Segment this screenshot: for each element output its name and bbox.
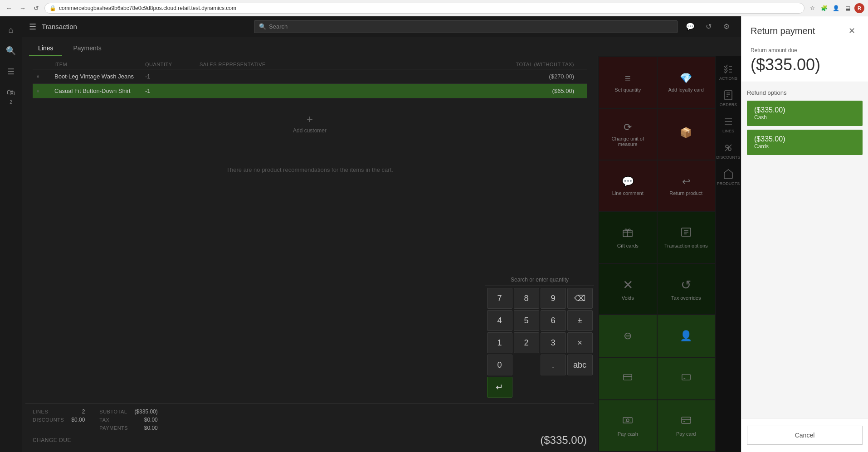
tab-lines[interactable]: Lines xyxy=(29,41,62,56)
numpad-8[interactable]: 8 xyxy=(514,288,539,309)
numpad-0[interactable]: 0 xyxy=(487,355,512,375)
change-uom-btn[interactable]: ⟳ Change unit of measure xyxy=(599,109,657,160)
content-area: Lines Payments ITEM QUANTITY SALES REPRE… xyxy=(22,37,741,452)
tax-overrides-btn[interactable]: ↺ Tax overrides xyxy=(658,264,715,315)
set-quantity-btn[interactable]: ≡ Set quantity xyxy=(599,57,657,108)
numpad-enter[interactable]: ↵ xyxy=(487,377,512,398)
table-row[interactable]: ∨ Boot-Leg Vintage Wash Jeans -1 ($270.0… xyxy=(33,69,587,84)
card-btn-2[interactable] xyxy=(658,358,715,399)
add-customer-button[interactable]: + Add customer xyxy=(286,106,334,141)
nav-forward[interactable]: → xyxy=(17,3,28,14)
refund-option-cash[interactable]: ($335.00) Cash xyxy=(747,101,863,126)
extra-btn-2[interactable]: 📦 xyxy=(658,109,715,160)
side-nav-discounts[interactable]: DISCOUNTS xyxy=(717,139,740,163)
side-nav-lines[interactable]: LINES xyxy=(717,112,740,137)
loyalty-icon: 💎 xyxy=(680,73,692,84)
tab-payments[interactable]: Payments xyxy=(64,41,110,56)
url-text: commercebugbashea9b6abc78e0c9d8pos.cloud… xyxy=(59,5,236,11)
numpad-dot[interactable]: . xyxy=(541,355,566,375)
lines-icon xyxy=(723,116,734,127)
discounts-label: DISCOUNTS xyxy=(33,417,64,423)
cancel-button[interactable]: Cancel xyxy=(747,426,863,445)
numpad-7[interactable]: 7 xyxy=(487,288,512,309)
return-product-btn[interactable]: ↩ Return product xyxy=(658,160,715,211)
subtotal-value: ($335.00) xyxy=(134,408,157,415)
tax-icon: ↺ xyxy=(681,277,691,292)
svg-rect-10 xyxy=(682,417,691,423)
card-btn-1[interactable] xyxy=(599,358,657,399)
discounts-value: $0.00 xyxy=(71,417,85,423)
add-customer-icon: + xyxy=(307,113,313,126)
refund-option-cards[interactable]: ($335.00) Cards xyxy=(747,130,863,155)
add-loyalty-btn[interactable]: 💎 Add loyalty card xyxy=(658,57,715,108)
numpad-search-input[interactable] xyxy=(485,273,594,286)
line-comment-btn[interactable]: 💬 Line comment xyxy=(599,160,657,211)
transaction-options-btn[interactable]: Transaction options xyxy=(658,212,715,263)
downloads-icon[interactable]: ⬓ xyxy=(843,3,853,13)
card-icon-2 xyxy=(681,372,691,385)
top-bar-actions: 💬 ↺ ⚙ xyxy=(683,19,734,34)
side-nav-orders[interactable]: ORDERS xyxy=(717,86,740,111)
numpad-5[interactable]: 5 xyxy=(514,310,539,331)
voids-btn[interactable]: ✕ Voids xyxy=(599,264,657,315)
side-nav-actions[interactable]: ACTIONS xyxy=(717,60,740,84)
nav-refresh[interactable]: ↺ xyxy=(31,3,42,14)
refund-options-section: Refund options ($335.00) Cash ($335.00) … xyxy=(741,82,868,258)
lock-icon: 🔒 xyxy=(49,5,56,11)
account-icon[interactable]: 👤 xyxy=(831,3,841,13)
table-row[interactable]: ∨ Casual Fit Button-Down Shirt -1 ($65.0… xyxy=(33,84,587,98)
close-return-panel-button[interactable]: ✕ xyxy=(844,24,859,38)
svg-point-21 xyxy=(728,148,731,151)
numpad-2[interactable]: 2 xyxy=(514,332,539,353)
col-sales-rep: SALES REPRESENTATIVE xyxy=(200,62,290,67)
svg-rect-5 xyxy=(624,374,632,380)
discount-btn[interactable]: ⊖ xyxy=(599,315,657,357)
return-panel: Return payment ✕ Return amount due ($335… xyxy=(741,16,868,452)
numpad-3[interactable]: 3 xyxy=(541,332,566,353)
nav-back[interactable]: ← xyxy=(4,3,15,14)
payments-value: $0.00 xyxy=(144,425,158,431)
refund-cash-label: Cash xyxy=(754,114,855,121)
tax-value: $0.00 xyxy=(144,417,158,423)
address-bar[interactable]: 🔒 commercebugbashea9b6abc78e0c9d8pos.clo… xyxy=(44,3,805,14)
expand-icon-1: ∨ xyxy=(36,74,54,79)
numpad-multiply[interactable]: × xyxy=(567,332,593,353)
numpad-6[interactable]: 6 xyxy=(541,310,566,331)
table-header: ITEM QUANTITY SALES REPRESENTATIVE TOTAL… xyxy=(33,60,587,69)
settings-icon[interactable]: ⚙ xyxy=(719,19,734,34)
numpad-abc[interactable]: abc xyxy=(567,355,593,375)
numpad-plusminus[interactable]: ± xyxy=(567,310,593,331)
col-quantity: QUANTITY xyxy=(145,62,200,67)
card-icon-1 xyxy=(623,372,633,385)
pay-cash-btn[interactable]: Pay cash xyxy=(599,400,657,451)
search-bar[interactable]: 🔍 Search xyxy=(254,20,678,33)
return-panel-title: Return payment xyxy=(751,26,815,36)
pay-card-btn[interactable]: Pay card xyxy=(658,400,715,451)
search-placeholder: Search xyxy=(269,23,288,30)
star-icon[interactable]: ☆ xyxy=(807,3,817,13)
sidebar-menu-icon[interactable]: ☰ xyxy=(1,62,21,82)
numpad-1[interactable]: 1 xyxy=(487,332,512,353)
chat-icon[interactable]: 💬 xyxy=(683,19,697,34)
col-item: ITEM xyxy=(54,62,145,67)
hamburger-icon[interactable]: ☰ xyxy=(29,22,36,32)
side-nav-products[interactable]: PRODUCTS xyxy=(717,165,740,190)
refresh-icon[interactable]: ↺ xyxy=(701,19,716,34)
subtotal-label: SUBTOTAL xyxy=(99,409,127,414)
search-icon: 🔍 xyxy=(259,23,266,30)
numpad-backspace[interactable]: ⌫ xyxy=(567,288,593,309)
numpad-9[interactable]: 9 xyxy=(541,288,566,309)
tax-label: TAX xyxy=(99,417,109,423)
app-title: Transaction xyxy=(42,23,249,30)
user-avatar[interactable]: R xyxy=(854,3,864,13)
customer-icon: 👤 xyxy=(680,330,692,342)
numpad-4[interactable]: 4 xyxy=(487,310,512,331)
action-grid: ≡ Set quantity 💎 Add loyalty card ⟳ Chan… xyxy=(598,56,716,452)
customer-btn[interactable]: 👤 xyxy=(658,315,715,357)
sidebar-home-icon[interactable]: ⌂ xyxy=(1,20,21,40)
sidebar-search-icon[interactable]: 🔍 xyxy=(1,41,21,61)
actions-icon xyxy=(723,63,734,74)
svg-rect-13 xyxy=(725,91,732,100)
extensions-icon[interactable]: 🧩 xyxy=(819,3,829,13)
gift-cards-btn[interactable]: Gift cards xyxy=(599,212,657,263)
